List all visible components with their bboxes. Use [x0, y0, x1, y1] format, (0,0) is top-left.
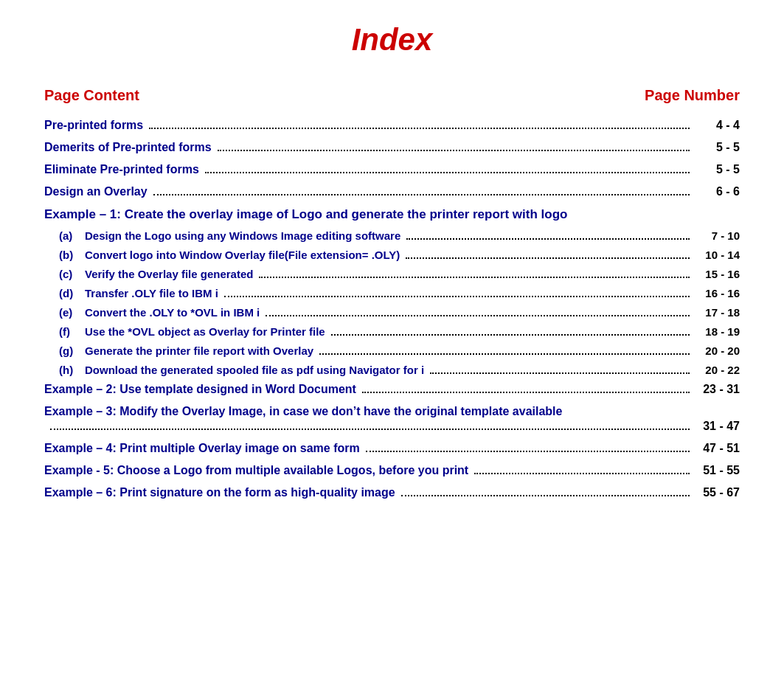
toc-dots	[218, 150, 690, 151]
toc-entry-example6: Example – 6: Print signature on the form…	[44, 486, 740, 499]
toc-entry-example3: Example – 3: Modify the Overlay Image, i…	[44, 405, 740, 433]
sub-label: (f)	[59, 325, 85, 338]
toc-dots	[474, 473, 690, 474]
toc-dots	[401, 495, 690, 496]
toc-text: Design an Overlay	[44, 185, 148, 198]
sub-entry-d: (d) Transfer .OLY file to IBM i 16 - 16	[59, 287, 740, 300]
sub-label: (b)	[59, 249, 85, 261]
sub-page: 17 - 18	[695, 306, 740, 319]
toc-text: Example – 2: Use template designed in Wo…	[44, 383, 356, 396]
toc-page: 51 - 55	[695, 464, 740, 477]
toc-text: Eliminate Pre-printed forms	[44, 163, 199, 176]
sub-entry-b: (b) Convert logo into Window Overlay fil…	[59, 249, 740, 262]
toc-page: 31 - 47	[695, 420, 740, 433]
toc-entry-example4: Example – 4: Print multiple Overlay imag…	[44, 442, 740, 455]
toc-text: Example – 4: Print multiple Overlay imag…	[44, 442, 360, 455]
example1-heading: Example – 1: Create the overlay image of…	[44, 207, 740, 222]
header-page-number: Page Number	[645, 87, 740, 104]
sub-label: (a)	[59, 229, 85, 242]
sub-page: 20 - 22	[695, 364, 740, 376]
sub-entry-e: (e) Convert the .OLY to *OVL in IBM i 17…	[59, 306, 740, 319]
sub-entry-f: (f) Use the *OVL object as Overlay for P…	[59, 325, 740, 339]
toc-entry-preprinted-forms: Pre-printed forms 4 - 4	[44, 119, 740, 132]
sub-text: Transfer .OLY file to IBM i	[85, 287, 218, 299]
sub-dots	[319, 353, 690, 355]
toc-text: Demerits of Pre-printed forms	[44, 141, 212, 154]
toc-text: Pre-printed forms	[44, 119, 143, 132]
sub-text: Design the Logo using any Windows Image …	[85, 229, 400, 242]
toc-dots	[362, 392, 690, 393]
toc-entry-example3-row2: 31 - 47	[44, 420, 740, 433]
toc-text: Example – 6: Print signature on the form…	[44, 486, 395, 499]
sub-text: Convert the .OLY to *OVL in IBM i	[85, 306, 260, 319]
toc-page: 5 - 5	[695, 141, 740, 154]
toc-page: 23 - 31	[695, 383, 740, 396]
toc-dots	[205, 172, 690, 173]
sub-text: Convert logo into Window Overlay file(Fi…	[85, 249, 400, 261]
sub-dots	[266, 315, 690, 316]
sub-entry-h: (h) Download the generated spooled file …	[59, 364, 740, 377]
sub-entry-c: (c) Verify the Overlay file generated 15…	[59, 268, 740, 281]
example1-sub-entries: (a) Design the Logo using any Windows Im…	[44, 229, 740, 377]
sub-page: 10 - 14	[695, 249, 740, 261]
sub-page: 7 - 10	[695, 229, 740, 242]
sub-entry-g: (g) Generate the printer file report wit…	[59, 344, 740, 358]
sub-label: (d)	[59, 287, 85, 299]
sub-text: Generate the printer file report with Ov…	[85, 344, 313, 357]
toc-dots	[50, 429, 690, 430]
sub-text: Verify the Overlay file generated	[85, 268, 253, 280]
toc-text: Example - 5: Choose a Logo from multiple…	[44, 464, 468, 477]
toc-dots	[149, 128, 690, 129]
sub-dots	[331, 334, 690, 336]
toc-page: 6 - 6	[695, 185, 740, 198]
sub-text: Use the *OVL object as Overlay for Print…	[85, 325, 325, 338]
sub-label: (c)	[59, 268, 85, 280]
toc-page: 5 - 5	[695, 163, 740, 176]
sub-dots	[406, 238, 690, 240]
toc-entry-design-overlay: Design an Overlay 6 - 6	[44, 185, 740, 198]
toc-entry-demerits: Demerits of Pre-printed forms 5 - 5	[44, 141, 740, 154]
toc-text-line1: Example – 3: Modify the Overlay Image, i…	[44, 405, 740, 418]
sub-label: (e)	[59, 306, 85, 319]
sub-label: (g)	[59, 344, 85, 357]
sub-page: 16 - 16	[695, 287, 740, 299]
table-header: Page Content Page Number	[44, 87, 740, 104]
sub-dots	[259, 277, 690, 278]
sub-text: Download the generated spooled file as p…	[85, 364, 424, 376]
toc-page: 47 - 51	[695, 442, 740, 455]
sub-entry-a: (a) Design the Logo using any Windows Im…	[59, 229, 740, 243]
toc-dots	[366, 451, 690, 452]
sub-page: 20 - 20	[695, 344, 740, 357]
toc-entry-example5: Example - 5: Choose a Logo from multiple…	[44, 464, 740, 477]
sub-page: 18 - 19	[695, 325, 740, 338]
sub-dots	[224, 296, 690, 297]
toc-entry-example2: Example – 2: Use template designed in Wo…	[44, 383, 740, 396]
toc-page: 4 - 4	[695, 119, 740, 132]
sub-label: (h)	[59, 364, 85, 376]
sub-page: 15 - 16	[695, 268, 740, 280]
toc-entry-eliminate: Eliminate Pre-printed forms 5 - 5	[44, 163, 740, 176]
sub-dots	[430, 372, 690, 374]
sub-dots	[406, 257, 690, 259]
toc-dots	[153, 194, 690, 195]
page-title: Index	[44, 22, 740, 58]
header-page-content: Page Content	[44, 87, 139, 104]
toc-page: 55 - 67	[695, 486, 740, 499]
